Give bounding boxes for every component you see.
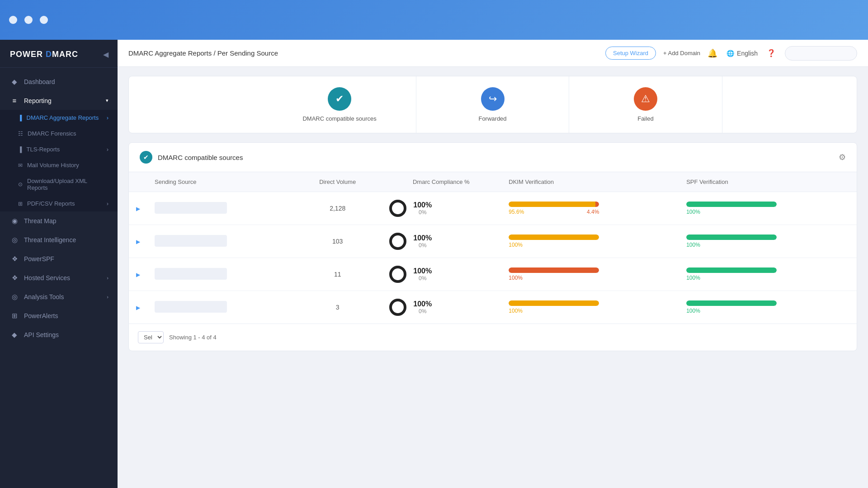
rows-per-page-select[interactable]: Sel [138, 331, 164, 343]
spf-green-fill [686, 300, 777, 306]
sub-item-download-xml[interactable]: ⊙ Download/Upload XML Reports [0, 173, 118, 196]
col-dkim: DKIM Verification [501, 172, 679, 192]
spf-bar-track [686, 235, 777, 240]
col-sending-source: Sending Source [147, 172, 294, 192]
window-dot-3[interactable] [40, 16, 48, 24]
stat-card-empty [129, 76, 263, 133]
sub-item-mail-volume[interactable]: ✉ Mail Volume History [0, 157, 118, 173]
compliance-pct: 100% [413, 234, 432, 242]
dmarc-section: ✔ DMARC compatible sources ⚙ Sending Sou… [128, 142, 857, 351]
add-domain-button[interactable]: + Add Domain [663, 50, 700, 56]
sub-item-mail-label: Mail Volume History [27, 162, 79, 169]
expand-row-button[interactable]: ▶ [136, 206, 140, 212]
window-dot-1[interactable] [9, 16, 17, 24]
dkim-bar: 100% [509, 267, 672, 281]
dkim-gold-fill [509, 300, 599, 306]
search-input[interactable] [785, 46, 857, 61]
forwarded-icon: ↪ [481, 87, 505, 111]
spf-bar: 100% [686, 267, 849, 281]
spf-bar-track [686, 300, 777, 306]
compliance-donut: 100% 0% [388, 198, 494, 218]
sidebar-item-power-alerts[interactable]: ⊞ PowerAlerts [0, 306, 118, 325]
compliance-sub: 0% [413, 242, 432, 249]
dkim-gold-pct: 95.6% [509, 209, 524, 215]
dkim-bar: 95.6% 4.4% [509, 202, 672, 215]
app-shell: POWER DMARC ◀ ◆ Dashboard ≡ Reporting ▾ … [0, 40, 868, 488]
table-row: ▶2,128 100% 0% 95.6% 4.4% [129, 192, 857, 225]
stat-card-empty2 [722, 76, 857, 133]
svg-point-1 [391, 201, 405, 216]
compliance-pct: 100% [413, 300, 432, 308]
dmarc-table: Sending Source Direct Volume Dmarc Compl… [129, 172, 857, 324]
sidebar-collapse-icon[interactable]: ◀ [103, 50, 108, 59]
expand-row-button[interactable]: ▶ [136, 239, 140, 245]
sidebar-item-dashboard[interactable]: ◆ Dashboard [0, 72, 118, 91]
language-selector[interactable]: 🌐 English [726, 50, 758, 57]
content-area: DMARC Aggregate Reports / Per Sending So… [118, 40, 868, 488]
compliance-sub: 0% [413, 275, 432, 282]
sidebar-item-hosted-services[interactable]: ❖ Hosted Services › [0, 268, 118, 287]
failed-label: Failed [637, 115, 653, 122]
dkim-gold-fill [509, 202, 595, 207]
failed-icon: ⚠ [634, 87, 657, 111]
notification-bell-icon[interactable]: 🔔 [708, 48, 717, 58]
sidebar-item-threat-intel-label: Threat Intelligence [24, 236, 76, 244]
dkim-bar: 100% [509, 235, 672, 248]
sidebar-item-hosted-label: Hosted Services [24, 274, 70, 282]
sending-source-value [155, 202, 227, 214]
donut-chart-icon [388, 297, 408, 317]
dkim-bar-track [509, 202, 599, 207]
settings-button[interactable]: ⚙ [839, 152, 846, 162]
alerts-icon: ⊞ [10, 312, 19, 320]
main-content: ✔ DMARC compatible sources ↪ Forwarded ⚠… [118, 67, 868, 488]
sub-item-tls-reports[interactable]: ▐ TLS-Reports › [0, 141, 118, 157]
sidebar: POWER DMARC ◀ ◆ Dashboard ≡ Reporting ▾ … [0, 40, 118, 488]
spf-green-fill [686, 202, 777, 207]
help-icon[interactable]: ❓ [767, 49, 776, 57]
sidebar-logo: POWER DMARC ◀ [0, 40, 118, 68]
analysis-icon: ◎ [10, 293, 19, 301]
sidebar-item-threat-map[interactable]: ◉ Threat Map [0, 211, 118, 230]
api-icon: ◆ [10, 331, 19, 339]
col-direct-volume: Direct Volume [294, 172, 381, 192]
pdf-icon: ⊞ [18, 201, 23, 207]
svg-point-5 [391, 267, 405, 282]
expand-row-button[interactable]: ▶ [136, 305, 140, 311]
dkim-red-pct: 100% [509, 275, 523, 281]
window-dot-2[interactable] [24, 16, 33, 24]
spf-green-fill [686, 267, 777, 273]
table-row: ▶3 100% 0% 100% [129, 291, 857, 324]
sub-item-dmarc-forensics[interactable]: ☷ DMARC Forensics [0, 126, 118, 141]
sidebar-item-powerSPF[interactable]: ❖ PowerSPF [0, 249, 118, 268]
col-spf: SPF Verification [679, 172, 857, 192]
dmarc-compat-icon: ✔ [328, 87, 351, 111]
sub-item-pdf-label: PDF/CSV Reports [27, 200, 75, 207]
tls-icon: ▐ [18, 146, 22, 153]
sending-source-value [155, 235, 227, 247]
sidebar-item-threat-map-label: Threat Map [24, 217, 57, 225]
dkim-red-pct: 4.4% [587, 209, 599, 215]
stat-card-failed: ⚠ Failed [569, 76, 722, 133]
dmarc-section-title: DMARC compatible sources [158, 154, 243, 161]
sub-item-dmarc-aggregate[interactable]: ▐ DMARC Aggregate Reports › [0, 110, 118, 126]
sidebar-item-dashboard-label: Dashboard [24, 78, 55, 85]
compliance-donut: 100% 0% [388, 231, 494, 251]
setup-wizard-button[interactable]: Setup Wizard [605, 47, 656, 60]
spf-bar: 100% [686, 300, 849, 314]
sidebar-item-threat-intel[interactable]: ◎ Threat Intelligence [0, 230, 118, 249]
download-icon: ⊙ [18, 181, 23, 188]
sidebar-nav: ◆ Dashboard ≡ Reporting ▾ ▐ DMARC Aggreg… [0, 68, 118, 344]
table-row: ▶11 100% 0% 100% [129, 258, 857, 291]
sidebar-item-api-settings[interactable]: ◆ API Settings [0, 325, 118, 344]
sidebar-item-analysis-tools[interactable]: ◎ Analysis Tools › [0, 287, 118, 306]
chevron-down-icon: ▾ [106, 98, 108, 103]
direct-volume-value: 3 [336, 304, 340, 311]
sidebar-item-reporting[interactable]: ≡ Reporting ▾ [0, 91, 118, 110]
sub-item-pdf-csv[interactable]: ⊞ PDF/CSV Reports › [0, 196, 118, 211]
sub-item-download-label: Download/Upload XML Reports [27, 178, 108, 191]
expand-row-button[interactable]: ▶ [136, 272, 140, 278]
bar-icon: ▐ [18, 115, 22, 121]
sub-item-dmarc-label: DMARC Aggregate Reports [27, 114, 99, 121]
compliance-donut: 100% 0% [388, 264, 494, 284]
mail-icon: ✉ [18, 162, 23, 169]
